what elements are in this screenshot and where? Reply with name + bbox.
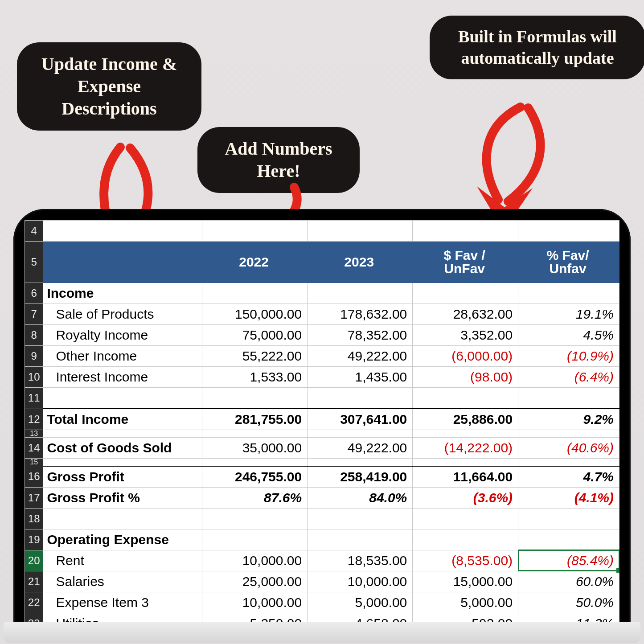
cell[interactable]: (14,222.00) xyxy=(413,438,518,459)
cell-desc[interactable]: Sale of Products xyxy=(43,304,202,325)
cell[interactable] xyxy=(413,508,518,529)
cell[interactable]: 35,000.00 xyxy=(202,438,308,459)
cell[interactable] xyxy=(413,529,518,550)
cell[interactable]: 25,000.00 xyxy=(202,571,308,592)
row-number[interactable]: 21 xyxy=(25,571,43,592)
cell[interactable]: 11,664.00 xyxy=(413,466,518,488)
row-number[interactable]: 4 xyxy=(25,221,43,242)
cell-desc[interactable]: Expense Item 3 xyxy=(43,592,202,613)
header-fav-dollar[interactable]: $ Fav / UnFav xyxy=(413,242,518,283)
cell[interactable]: 75,000.00 xyxy=(202,325,308,346)
header-fav-pct[interactable]: % Fav/ Unfav xyxy=(518,242,619,283)
cell[interactable] xyxy=(43,459,202,466)
header-year-2[interactable]: 2023 xyxy=(308,242,413,283)
cell[interactable] xyxy=(518,388,619,409)
row-number[interactable]: 5 xyxy=(25,242,43,283)
cell[interactable]: (3.6%) xyxy=(413,487,518,508)
cell[interactable] xyxy=(413,459,518,466)
row-number[interactable]: 17 xyxy=(25,487,43,508)
cell[interactable]: 87.6% xyxy=(202,487,308,508)
cell[interactable]: 307,641.00 xyxy=(308,409,413,430)
cell-desc[interactable]: Interest Income xyxy=(43,367,202,388)
cell[interactable] xyxy=(518,221,619,242)
cell[interactable]: (6,000.00) xyxy=(413,346,518,367)
row-number[interactable]: 10 xyxy=(25,367,43,388)
cell[interactable]: 4.7% xyxy=(518,466,619,488)
cell[interactable]: 281,755.00 xyxy=(202,409,308,430)
cell[interactable]: 3,352.00 xyxy=(413,325,518,346)
header-year-1[interactable]: 2022 xyxy=(202,242,308,283)
cell[interactable]: 5,000.00 xyxy=(308,592,413,613)
cell[interactable] xyxy=(43,508,202,529)
row-number[interactable]: 11 xyxy=(25,388,43,409)
cell[interactable]: 150,000.00 xyxy=(202,304,308,325)
cell[interactable]: 84.0% xyxy=(308,487,413,508)
cell[interactable] xyxy=(518,283,619,304)
row-number[interactable]: 14 xyxy=(25,438,43,459)
cell[interactable]: 49,222.00 xyxy=(308,346,413,367)
cell[interactable] xyxy=(308,221,413,242)
cell[interactable]: (4.1%) xyxy=(518,487,619,508)
cell[interactable]: 246,755.00 xyxy=(202,466,308,488)
cell[interactable]: 178,632.00 xyxy=(308,304,413,325)
cell[interactable] xyxy=(43,430,202,438)
row-number[interactable]: 7 xyxy=(25,304,43,325)
cell[interactable]: (6.4%) xyxy=(518,367,619,388)
cell[interactable] xyxy=(518,508,619,529)
cell[interactable] xyxy=(202,508,308,529)
row-number[interactable]: 8 xyxy=(25,325,43,346)
cell[interactable] xyxy=(413,221,518,242)
cell[interactable]: 19.1% xyxy=(518,304,619,325)
row-number[interactable]: 20 xyxy=(25,550,43,571)
cell[interactable] xyxy=(308,283,413,304)
cell-desc[interactable]: Royalty Income xyxy=(43,325,202,346)
header-blank[interactable] xyxy=(43,242,202,283)
cell[interactable] xyxy=(518,529,619,550)
cell[interactable] xyxy=(202,430,308,438)
row-number[interactable]: 13 xyxy=(25,430,43,438)
row-number[interactable]: 9 xyxy=(25,346,43,367)
cell[interactable] xyxy=(308,529,413,550)
cell[interactable]: 78,352.00 xyxy=(308,325,413,346)
cell[interactable] xyxy=(413,430,518,438)
cell[interactable] xyxy=(518,459,619,466)
cell[interactable]: 5,000.00 xyxy=(413,592,518,613)
cell[interactable]: (10.9%) xyxy=(518,346,619,367)
cell[interactable]: 258,419.00 xyxy=(308,466,413,488)
cell[interactable] xyxy=(202,529,308,550)
row-number[interactable]: 16 xyxy=(25,466,43,488)
row-number[interactable]: 6 xyxy=(25,283,43,304)
cell[interactable]: 50.0% xyxy=(518,592,619,613)
cell[interactable] xyxy=(308,459,413,466)
cell-desc[interactable]: Rent xyxy=(43,550,202,571)
cell-desc[interactable]: Gross Profit % xyxy=(43,487,202,508)
cell[interactable]: 4.5% xyxy=(518,325,619,346)
cell[interactable]: 1,533.00 xyxy=(202,367,308,388)
cell-desc[interactable]: Total Income xyxy=(43,409,202,430)
cell-section-header[interactable]: Income xyxy=(43,283,202,304)
cell[interactable] xyxy=(308,388,413,409)
cell[interactable]: 9.2% xyxy=(518,409,619,430)
cell[interactable] xyxy=(43,221,202,242)
cell[interactable] xyxy=(202,283,308,304)
cell[interactable]: 25,886.00 xyxy=(413,409,518,430)
row-number[interactable]: 12 xyxy=(25,409,43,430)
cell[interactable]: 10,000.00 xyxy=(202,592,308,613)
cell-desc[interactable]: Cost of Goods Sold xyxy=(43,438,202,459)
cell[interactable]: 49,222.00 xyxy=(308,438,413,459)
cell[interactable]: 55,222.00 xyxy=(202,346,308,367)
cell[interactable]: (40.6%) xyxy=(518,438,619,459)
cell[interactable]: 18,535.00 xyxy=(308,550,413,571)
cell[interactable] xyxy=(202,459,308,466)
row-number[interactable]: 19 xyxy=(25,529,43,550)
cell[interactable]: 10,000.00 xyxy=(308,571,413,592)
cell[interactable] xyxy=(413,388,518,409)
cell[interactable]: 15,000.00 xyxy=(413,571,518,592)
active-cell[interactable]: (85.4%) xyxy=(518,550,619,571)
cell-section-header[interactable]: Operating Expense xyxy=(43,529,202,550)
row-number[interactable]: 18 xyxy=(25,508,43,529)
cell-desc[interactable]: Other Income xyxy=(43,346,202,367)
cell[interactable] xyxy=(202,388,308,409)
row-number[interactable]: 22 xyxy=(25,592,43,613)
cell[interactable] xyxy=(308,430,413,438)
